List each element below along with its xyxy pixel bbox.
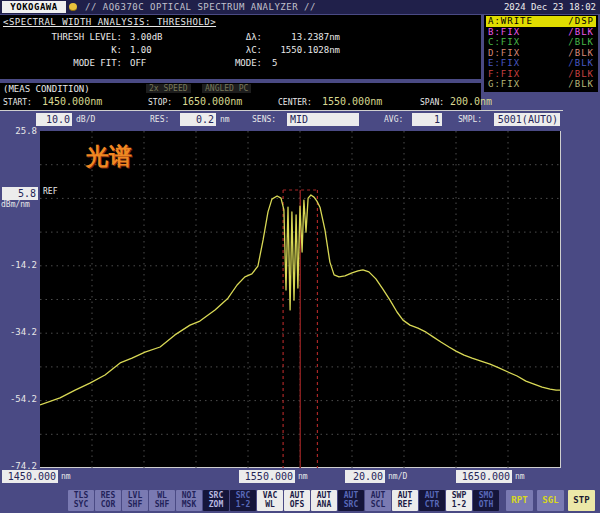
softkey-line1: LVL: [122, 491, 148, 500]
trace-legend-panel: A:WRITE/DSPB:FIX/BLKC:FIX/BLKD:FIX/BLKE:…: [484, 15, 598, 92]
softkey-line1: SMO: [473, 491, 499, 500]
softkey-line2: SYC: [68, 500, 94, 509]
softkey-line1: NOI: [176, 491, 202, 500]
softkey-aut-ref[interactable]: AUTREF: [392, 490, 418, 511]
trace-label: A:WRITE: [488, 16, 533, 27]
softkey-src-zom[interactable]: SRCZOM: [203, 490, 229, 511]
trace-label: G:FIX: [488, 79, 520, 90]
trace-row-e[interactable]: E:FIX/BLK: [486, 58, 596, 69]
sampling-field[interactable]: 5001(AUTO): [494, 113, 560, 126]
trace-row-d[interactable]: D:FIX/BLK: [486, 48, 596, 59]
res-label: RES:: [150, 115, 169, 124]
softkey-line1: AUT: [365, 491, 391, 500]
analysis-row: THRESH LEVEL: 3.00dB Δλ: 13.2387nm: [0, 32, 481, 44]
trace-row-c[interactable]: C:FIX/BLK: [486, 37, 596, 48]
resolution-field[interactable]: 0.2: [180, 113, 216, 126]
level-scale-field[interactable]: 10.0: [36, 113, 72, 126]
softkey-line2: SRC: [338, 500, 364, 509]
trace-label: F:FIX: [488, 69, 520, 80]
spectrum-annotation: 光谱: [86, 141, 132, 172]
trace-label: D:FIX: [488, 48, 520, 59]
softkey-aut-src[interactable]: AUTSRC: [338, 490, 364, 511]
mode-fit-label: MODE FIT:: [0, 58, 122, 68]
thresh-level-label: THRESH LEVEL:: [0, 32, 122, 42]
trace-display-mode: /DSP: [568, 16, 594, 27]
soft-key-toolbar: TLSSYCRESCORLVLSHFWLSHFNOIMSKSRCZOMSRC1-…: [68, 490, 499, 511]
trace-row-f[interactable]: F:FIX/BLK: [486, 69, 596, 80]
average-field[interactable]: 1: [412, 113, 442, 126]
x-stop-field[interactable]: 1650.000: [456, 470, 512, 483]
softkey-res-cor[interactable]: RESCOR: [95, 490, 121, 511]
center-label: CENTER:: [278, 98, 312, 107]
span-label: SPAN:: [420, 98, 444, 107]
spectrum-plot: [40, 131, 561, 468]
spectral-width-analysis-panel: <SPECTRAL WIDTH ANALYSIS: THRESHOLD> THR…: [0, 15, 481, 79]
trace-display-mode: /BLK: [568, 27, 594, 38]
softkey-vac-wl[interactable]: VACWL: [257, 490, 283, 511]
title-bar: YOKOGAWA // AQ6370C OPTICAL SPECTRUM ANA…: [0, 0, 600, 14]
softkey-aut-ofs[interactable]: AUTOFS: [284, 490, 310, 511]
divider-line: [0, 110, 563, 111]
softkey-aut-ctr[interactable]: AUTCTR: [419, 490, 445, 511]
ref-level-field[interactable]: 5.8: [2, 187, 38, 200]
smpl-label: SMPL:: [458, 115, 482, 124]
softkey-line1: AUT: [284, 491, 310, 500]
yokogawa-logo: YOKOGAWA: [2, 1, 66, 13]
softkey-line2: OFS: [284, 500, 310, 509]
softkey-lvl-shf[interactable]: LVLSHF: [122, 490, 148, 511]
single-sweep-button[interactable]: SGL: [537, 490, 564, 511]
softkey-noi-msk[interactable]: NOIMSK: [176, 490, 202, 511]
stop-value[interactable]: 1650.000nm: [182, 96, 242, 107]
softkey-tls-syc[interactable]: TLSSYC: [68, 490, 94, 511]
stop-sweep-button[interactable]: STP: [568, 490, 595, 511]
app-title: // AQ6370C OPTICAL SPECTRUM ANALYZER //: [85, 2, 316, 12]
softkey-line1: SRC: [230, 491, 256, 500]
x-scale-field[interactable]: 20.00: [345, 470, 385, 483]
softkey-line2: ANA: [311, 500, 337, 509]
x-start-field[interactable]: 1450.000: [2, 470, 58, 483]
analysis-row: K: 1.00 λC: 1550.1028nm: [0, 45, 481, 57]
softkey-smo-oth[interactable]: SMOOTH: [473, 490, 499, 511]
softkey-line2: CTR: [419, 500, 445, 509]
softkey-src-1-2[interactable]: SRC1-2: [230, 490, 256, 511]
softkey-aut-ana[interactable]: AUTANA: [311, 490, 337, 511]
softkey-line2: OTH: [473, 500, 499, 509]
mode-value: 5: [272, 58, 277, 68]
softkey-line2: 1-2: [230, 500, 256, 509]
softkey-line2: SCL: [365, 500, 391, 509]
softkey-line1: AUT: [311, 491, 337, 500]
x-center-field[interactable]: 1550.000: [239, 470, 295, 483]
softkey-line2: WL: [257, 500, 283, 509]
trace-row-g[interactable]: G:FIX/BLK: [486, 79, 596, 90]
center-value[interactable]: 1550.000nm: [322, 96, 382, 107]
ref-marker-label: REF: [43, 187, 57, 196]
softkey-line2: SHF: [122, 500, 148, 509]
softkey-line1: AUT: [419, 491, 445, 500]
start-value[interactable]: 1450.000nm: [42, 96, 102, 107]
trace-row-a[interactable]: A:WRITE/DSP: [486, 16, 596, 27]
repeat-sweep-button[interactable]: RPT: [506, 490, 533, 511]
span-value[interactable]: 200.0nm: [450, 96, 492, 107]
x-scale-unit: nm/D: [388, 472, 407, 481]
trace-display-mode: /BLK: [568, 79, 594, 90]
trace-display-mode: /BLK: [568, 37, 594, 48]
softkey-aut-scl[interactable]: AUTSCL: [365, 490, 391, 511]
softkey-wl-shf[interactable]: WLSHF: [149, 490, 175, 511]
trace-label: B:FIX: [488, 27, 520, 38]
softkey-line1: TLS: [68, 491, 94, 500]
softkey-swp-1-2[interactable]: SWP1-2: [446, 490, 472, 511]
mode-label: MODE:: [200, 58, 262, 68]
softkey-line2: 1-2: [446, 500, 472, 509]
trace-label: E:FIX: [488, 58, 520, 69]
sensitivity-field[interactable]: MID: [287, 113, 359, 126]
trace-row-b[interactable]: B:FIX/BLK: [486, 27, 596, 38]
softkey-line2: SHF: [149, 500, 175, 509]
meas-condition-strip: (MEAS CONDITION) 2x SPEED ANGLED PC STAR…: [0, 83, 481, 110]
speed-badge: 2x SPEED: [146, 84, 191, 93]
softkey-line2: MSK: [176, 500, 202, 509]
y-tick: -54.2: [0, 394, 37, 404]
delta-lambda-value: 13.2387nm: [264, 32, 340, 42]
analysis-row: MODE FIT: OFF MODE: 5: [0, 58, 481, 70]
k-value: 1.00: [130, 45, 152, 55]
trace-display-mode: /BLK: [568, 69, 594, 80]
